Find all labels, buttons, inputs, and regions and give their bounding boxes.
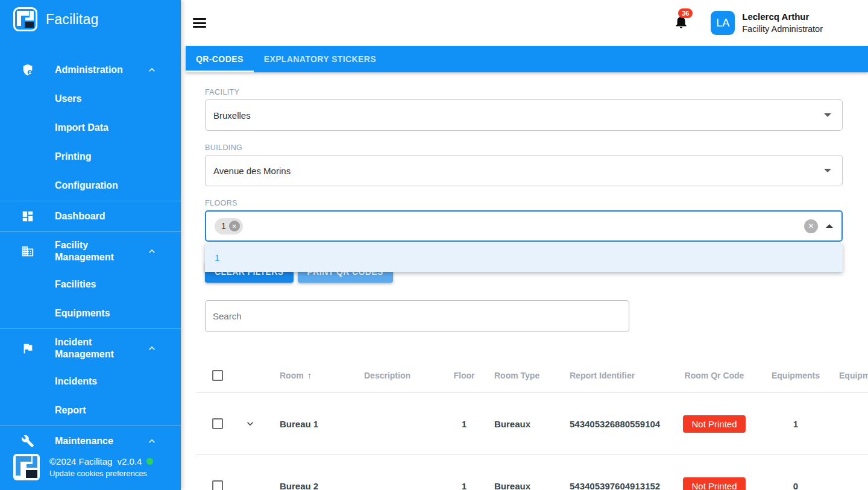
building-value: Avenue des Morins [213, 166, 291, 176]
sidebar-item-administration[interactable]: Administration [0, 55, 181, 84]
status-online-dot [146, 458, 153, 465]
sidebar-item-equipments[interactable]: Equipments [0, 299, 181, 328]
sidebar-footer: ©2024 Facilitag v2.0.4 Update cookies pr… [13, 454, 153, 480]
qr-status-badge: Not Printed [683, 477, 745, 490]
app-title: Facilitag [46, 11, 98, 28]
chevron-up-icon [146, 245, 158, 257]
user-role: Facility Administrator [742, 23, 823, 35]
column-header-floor[interactable]: Floor [440, 371, 488, 380]
sidebar-item-label: Equipments [55, 307, 110, 319]
floors-label: FLOORS [205, 199, 868, 207]
cell-floor: 1 [440, 419, 488, 429]
user-name: Leclercq Arthur [742, 11, 823, 23]
building-label: BUILDING [205, 143, 868, 152]
column-header-description[interactable]: Description [356, 371, 440, 380]
version-text: v2.0.4 [117, 456, 142, 466]
chip-remove-icon[interactable]: ✕ [229, 221, 240, 231]
sidebar-divider [0, 201, 181, 201]
facilitag-logo-icon [13, 7, 37, 31]
dashboard-grid-icon [20, 209, 35, 224]
cell-report-identifier: 543405326880559104 [564, 419, 669, 429]
sidebar-item-label: Import Data [55, 122, 108, 134]
expand-row-icon[interactable] [243, 416, 257, 431]
cell-equipments: 0 [760, 481, 832, 490]
wrench-icon [20, 434, 35, 448]
sidebar-item-maintenance[interactable]: Maintenance [0, 427, 181, 456]
sidebar-divider [0, 328, 181, 329]
sidebar-item-label: Incident Management [55, 336, 145, 360]
floor-chip-value: 1 [221, 221, 226, 231]
search-input[interactable] [213, 311, 621, 321]
sidebar-item-incidents[interactable]: Incidents [0, 367, 181, 396]
sidebar-nav: Administration Users Import Data Printin… [0, 55, 181, 456]
column-header-room-qr-code[interactable]: Room Qr Code [669, 371, 760, 380]
brand-header: Facilitag [0, 0, 181, 31]
clear-selection-icon[interactable]: ✕ [804, 219, 818, 233]
floors-multiselect-wrap: 1 ✕ ✕ 1 [205, 210, 843, 242]
column-header-report-identifier[interactable]: Report Identifier [564, 371, 669, 380]
sidebar-item-label: Facility Management [55, 239, 145, 263]
facility-label: FACILITY [205, 88, 868, 96]
cell-report-identifier: 543405397604913152 [564, 481, 669, 490]
column-header-equipments-qr-code[interactable]: Equipments Qr Code [832, 371, 868, 380]
facilitag-footer-logo-icon [13, 454, 40, 480]
notification-bell-icon[interactable]: 36 [673, 14, 689, 32]
column-header-room-type[interactable]: Room Type [488, 371, 564, 380]
floors-dropdown-menu: 1 [205, 243, 843, 272]
sidebar-item-facilities[interactable]: Facilities [0, 270, 181, 299]
sidebar-item-incident-management[interactable]: Incident Management [0, 330, 181, 367]
sidebar-item-dashboard[interactable]: Dashboard [0, 202, 181, 231]
table-row: Bureau 1 1 Bureaux 543405326880559104 No… [195, 393, 868, 455]
dropdown-arrow-icon [824, 169, 831, 172]
facility-select[interactable]: Bruxelles [205, 99, 843, 131]
building-select[interactable]: Avenue des Morins [205, 155, 843, 186]
chevron-up-icon [146, 64, 158, 76]
rooms-table: Room↑ Description Floor Room Type Report… [195, 358, 868, 490]
cell-room-type: Bureaux [488, 419, 564, 429]
user-menu[interactable]: LA Leclercq Arthur Facility Administrato… [711, 11, 823, 35]
main-area: 36 LA Leclercq Arthur Facility Administr… [181, 0, 868, 490]
tab-explanatory-stickers[interactable]: EXPLANATORY STICKERS [254, 46, 386, 72]
building-icon [20, 244, 35, 259]
tab-qr-codes[interactable]: QR-CODES [186, 46, 254, 72]
row-checkbox[interactable] [212, 418, 223, 429]
select-all-checkbox[interactable] [212, 370, 223, 381]
floors-option-1[interactable]: 1 [215, 253, 219, 263]
sort-asc-icon: ↑ [307, 370, 312, 380]
qr-status-badge: Not Printed [683, 415, 745, 433]
column-header-equipments[interactable]: Equipments [760, 371, 832, 380]
sidebar-item-label: Facilities [55, 278, 96, 291]
sidebar-item-label: Configuration [55, 180, 118, 192]
floor-chip: 1 ✕ [215, 218, 243, 234]
floors-multiselect[interactable]: 1 ✕ ✕ [205, 210, 843, 242]
row-checkbox[interactable] [212, 480, 223, 490]
column-header-room[interactable]: Room↑ [271, 370, 356, 380]
sidebar-item-label: Printing [55, 151, 91, 163]
sidebar-item-configuration[interactable]: Configuration [0, 171, 181, 200]
content: FACILITY Bruxelles BUILDING Avenue des M… [181, 72, 868, 490]
sidebar: Facilitag Administration Users Import Da… [0, 0, 181, 490]
sidebar-item-label: Users [55, 93, 81, 105]
topbar: 36 LA Leclercq Arthur Facility Administr… [181, 0, 868, 46]
sidebar-item-label: Maintenance [55, 435, 113, 447]
facility-value: Bruxelles [213, 110, 251, 121]
dropdown-arrow-up-icon [826, 224, 833, 228]
sidebar-item-users[interactable]: Users [0, 84, 181, 113]
sidebar-item-report[interactable]: Report [0, 396, 181, 425]
sidebar-item-facility-management[interactable]: Facility Management [0, 233, 181, 270]
cell-room-type: Bureaux [488, 481, 564, 490]
cookies-preferences-link[interactable]: Update cookies preferences [49, 469, 153, 478]
menu-icon[interactable] [193, 18, 206, 28]
sidebar-item-import-data[interactable]: Import Data [0, 113, 181, 142]
sidebar-divider [0, 231, 181, 232]
cell-floor: 1 [440, 481, 488, 490]
avatar: LA [711, 11, 735, 35]
table-header-row: Room↑ Description Floor Room Type Report… [195, 358, 868, 393]
flag-icon [20, 341, 35, 356]
sidebar-item-label: Incidents [55, 375, 97, 388]
sidebar-item-printing[interactable]: Printing [0, 142, 181, 171]
sidebar-item-label: Dashboard [55, 210, 105, 222]
dropdown-arrow-icon [824, 113, 831, 117]
cell-room: Bureau 1 [271, 419, 356, 429]
table-row: Bureau 2 1 Bureaux 543405397604913152 No… [195, 455, 868, 490]
